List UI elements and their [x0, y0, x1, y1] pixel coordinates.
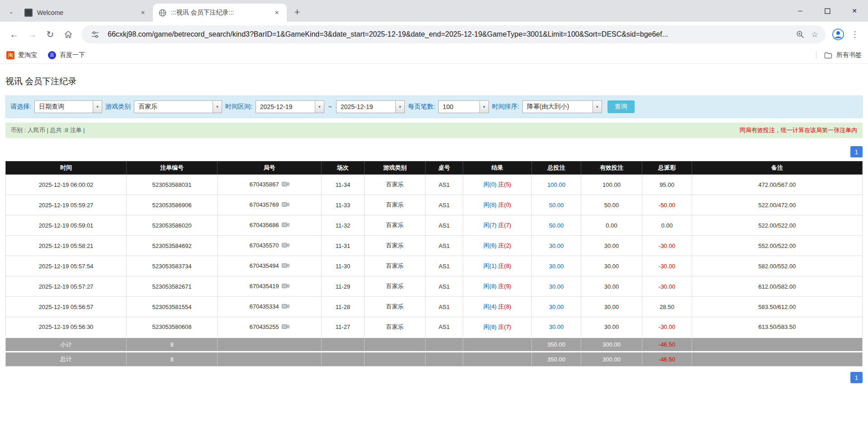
tab-close-icon[interactable]: ✕ — [138, 8, 147, 17]
page-size-select[interactable]: 100 ▾ — [438, 100, 489, 113]
cell-payout: -50.00 — [642, 195, 692, 215]
cell-total-bet[interactable]: 100.00 — [532, 175, 581, 195]
forward-icon[interactable]: → — [24, 26, 41, 43]
date-end-select[interactable]: 2025-12-19 ▾ — [336, 100, 405, 113]
cell-valid-bet: 30.00 — [581, 256, 642, 276]
footer-empty-cell — [218, 352, 322, 366]
cell-remark: 522.00/522.00 — [692, 215, 863, 236]
bookmark-aitaobao[interactable]: 淘 爱淘宝 — [6, 51, 37, 59]
tab-bet-record[interactable]: :::视讯 会员下注纪录::: ✕ — [153, 4, 287, 22]
footer-remark — [692, 352, 863, 366]
globe-icon — [158, 9, 166, 17]
cell-total-bet[interactable]: 30.00 — [532, 276, 581, 297]
total-bet-link[interactable]: 100.00 — [547, 181, 565, 188]
bookmark-star-icon[interactable]: ☆ — [807, 27, 822, 42]
home-icon[interactable] — [60, 26, 77, 43]
tab-close-icon[interactable]: ✕ — [272, 8, 281, 17]
site-settings-icon[interactable] — [88, 27, 102, 42]
video-replay-icon[interactable] — [282, 283, 289, 290]
tab-welcome[interactable]: Welcome ✕ — [19, 4, 153, 22]
result-player: 闲(0) — [484, 181, 497, 188]
result-banker: 庄(9) — [498, 283, 511, 290]
back-icon[interactable]: ← — [5, 26, 23, 43]
taobao-icon: 淘 — [6, 51, 14, 59]
address-bar[interactable]: 66cxkj98.com/game/betrecord_search/kind3… — [81, 25, 825, 43]
zoom-icon[interactable] — [793, 27, 807, 42]
new-tab-button[interactable]: + — [290, 5, 304, 19]
cell-game-category: 百家乐 — [365, 297, 426, 317]
bookmark-baidu[interactable]: 百 百度一下 — [48, 51, 85, 59]
cell-payout: 0.00 — [642, 215, 692, 236]
cell-time: 2025-12-19 06:00:02 — [6, 175, 127, 195]
url-text[interactable]: 66cxkj98.com/game/betrecord_search/kind3… — [108, 30, 793, 38]
cell-remark: 552.00/522.00 — [692, 236, 863, 256]
page-title: 视讯 会员下注纪录 — [5, 76, 863, 87]
cell-total-bet[interactable]: 30.00 — [532, 317, 581, 337]
result-player: 闲(4) — [484, 303, 497, 310]
cell-table-no: AS1 — [426, 256, 463, 276]
cell-game-category: 百家乐 — [365, 236, 426, 256]
time-sort-label: 时间排序: — [492, 103, 519, 111]
cell-table-no: AS1 — [426, 215, 463, 236]
query-type-select[interactable]: 日期查询 ▾ — [34, 100, 102, 113]
video-replay-icon[interactable] — [282, 263, 289, 270]
query-type-label: 请选择: — [10, 103, 31, 111]
table-row: 2025-12-19 05:56:30523053580608670435255… — [6, 317, 863, 337]
cell-total-bet[interactable]: 50.00 — [532, 215, 581, 236]
footer-payout: -46.50 — [642, 337, 692, 352]
baidu-icon: 百 — [48, 51, 56, 59]
cell-session: 11-33 — [322, 195, 365, 215]
close-window-button[interactable]: ✕ — [841, 0, 868, 22]
total-bet-link[interactable]: 30.00 — [549, 263, 564, 270]
cell-total-bet[interactable]: 30.00 — [532, 236, 581, 256]
video-replay-icon[interactable] — [282, 324, 289, 331]
all-bookmarks[interactable]: 所有书签 — [816, 51, 862, 59]
profile-icon[interactable] — [830, 26, 846, 43]
game-category-select[interactable]: 百家乐 ▾ — [134, 100, 222, 113]
cell-total-bet[interactable]: 30.00 — [532, 256, 581, 276]
cell-bet-id: 523053588031 — [127, 175, 218, 195]
cell-bet-id: 523053586906 — [127, 195, 218, 215]
bookmarks-bar: 淘 爱淘宝 百 百度一下 所有书签 — [0, 47, 868, 64]
cell-total-bet[interactable]: 50.00 — [532, 195, 581, 215]
result-player: 闲(8) — [484, 323, 497, 330]
cell-payout: -30.00 — [642, 256, 692, 276]
cell-payout: 28.50 — [642, 297, 692, 317]
cell-session: 11-34 — [322, 175, 365, 195]
browser-menu-icon[interactable]: ⋮ — [847, 26, 863, 43]
cell-table-no: AS1 — [426, 276, 463, 297]
total-bet-link[interactable]: 30.00 — [549, 323, 564, 330]
cell-game-category: 百家乐 — [365, 195, 426, 215]
total-bet-link[interactable]: 50.00 — [549, 202, 564, 209]
total-bet-link[interactable]: 30.00 — [549, 283, 564, 290]
cell-result: 闲(8) 庄(9) — [463, 276, 532, 297]
total-bet-link[interactable]: 50.00 — [549, 222, 564, 229]
total-bet-link[interactable]: 30.00 — [549, 242, 564, 249]
window-controls: ─ ✕ — [787, 0, 868, 22]
video-replay-icon[interactable] — [282, 202, 289, 209]
time-sort-select[interactable]: 降幂(由大到小) ▾ — [522, 100, 602, 113]
table-footer-row: 小计8350.00300.00-46.50 — [6, 337, 863, 352]
cell-table-no: AS1 — [426, 317, 463, 337]
cell-total-bet[interactable]: 30.00 — [532, 297, 581, 317]
tab-search-icon[interactable]: ⌄ — [5, 5, 18, 18]
page-button[interactable]: 1 — [850, 146, 863, 157]
column-header: 总派彩 — [642, 162, 692, 175]
total-bet-link[interactable]: 30.00 — [549, 304, 564, 310]
video-replay-icon[interactable] — [282, 181, 289, 188]
date-start-select[interactable]: 2025-12-19 ▾ — [256, 100, 324, 113]
chevron-down-icon: ▾ — [213, 101, 222, 113]
video-replay-icon[interactable] — [282, 222, 289, 229]
cell-time: 2025-12-19 05:56:30 — [6, 317, 127, 337]
search-button[interactable]: 查询 — [607, 100, 635, 113]
folder-icon — [824, 52, 832, 59]
minimize-button[interactable]: ─ — [787, 0, 814, 22]
maximize-button[interactable] — [814, 0, 841, 22]
cell-result: 闲(0) 庄(5) — [463, 175, 532, 195]
video-replay-icon[interactable] — [282, 304, 289, 310]
reload-icon[interactable]: ↻ — [42, 26, 59, 43]
page-button[interactable]: 1 — [850, 372, 863, 383]
table-body: 2025-12-19 06:00:02523053588031670435867… — [6, 175, 863, 366]
video-replay-icon[interactable] — [282, 242, 289, 249]
footer-empty-cell — [426, 352, 463, 366]
